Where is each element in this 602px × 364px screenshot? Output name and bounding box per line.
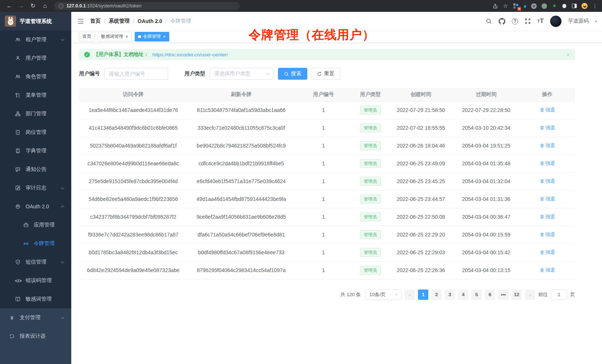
sidebar-item-notice[interactable]: 通知公告 [0, 160, 71, 179]
tab-item[interactable]: 敏感词管理 × [98, 32, 132, 42]
access-token-cell: b0d1785bc3a8482f812db4a3f3bd15ec [79, 244, 187, 261]
trash-icon [540, 161, 544, 166]
extension-command-icon[interactable] [531, 3, 537, 9]
force-logout-button[interactable]: 强退 [540, 160, 555, 167]
address-bar[interactable]: i 127.0.0.1:1024/system/oauth2/token [54, 2, 240, 10]
trash-icon [540, 214, 544, 219]
expire-time-cell: 2054-03-04 01:32:04 [453, 172, 520, 190]
force-logout-button[interactable]: 强退 [540, 178, 555, 185]
sidebar-item-oauth-app[interactable]: 应用管理 [0, 216, 71, 234]
refresh-token-cell: 49d1aa46d1454fbd87591444423be9fa [187, 190, 295, 208]
user-id-cell: 1 [295, 190, 352, 208]
search-icon[interactable] [485, 18, 492, 24]
page-number-button[interactable]: 5 [471, 289, 482, 300]
force-logout-button[interactable]: 强退 [540, 214, 555, 220]
breadcrumb-oauth[interactable]: OAuth 2.0 [138, 18, 170, 24]
sidebar-item-tenant[interactable]: 租户管理 [0, 30, 71, 49]
help-icon[interactable]: ? [512, 18, 518, 24]
user-type-cell: 管理员 [352, 208, 389, 226]
breadcrumb-current: 令牌管理 [170, 18, 191, 24]
page-number-button[interactable]: 4 [458, 289, 468, 300]
sidebar-item-audit[interactable]: 审计日志 [0, 179, 71, 197]
extension-blocks-icon[interactable]: 9 [513, 3, 519, 9]
goto-page-input[interactable] [551, 289, 567, 300]
alert-close-icon[interactable]: × [566, 52, 570, 58]
page-number-button[interactable]: 3 [445, 289, 455, 300]
logo-image [5, 16, 16, 27]
page-size-select[interactable]: 10条/页 [365, 289, 402, 300]
sidebar-item-oauth[interactable]: OAuth 2.0 [0, 197, 71, 216]
sidebar-item-sensitive[interactable]: 敏感词管理 [0, 290, 71, 308]
share-icon[interactable] [493, 3, 498, 9]
breadcrumb-home[interactable]: 首页 [90, 18, 109, 24]
reset-button[interactable]: 重置 [311, 68, 340, 80]
sidebar-item-pay[interactable]: ¥ 支付管理 [0, 308, 71, 327]
select-chevron-icon [266, 71, 270, 75]
prev-page-button[interactable]: ‹ [405, 289, 415, 300]
user-icon [15, 55, 21, 61]
org-chart-icon [15, 111, 21, 117]
goto-label: 前往 [538, 291, 548, 298]
extensions-puzzle-icon[interactable] [562, 3, 567, 9]
profile-avatar-icon[interactable] [582, 3, 588, 9]
doc-link[interactable]: https://doc.iocoder.cn/user-center/ [153, 52, 228, 57]
browser-reload-icon[interactable]: ↻ [28, 0, 38, 12]
tab-close-icon[interactable]: × [125, 34, 128, 39]
sidebar-item-report[interactable]: 报表设计器 [0, 327, 71, 345]
sidebar-item-post[interactable]: 岗位管理 [0, 123, 71, 142]
user-menu-caret-icon[interactable]: ▾ [595, 19, 597, 23]
sidebar-item-oauth-token[interactable]: 令牌管理 [0, 234, 71, 253]
browser-forward-icon[interactable]: → [16, 0, 26, 12]
side-panel-icon[interactable] [572, 4, 577, 8]
expire-time-cell: 2054-03-10 20:42:34 [453, 119, 520, 137]
user-type-cell: 管理员 [352, 172, 389, 190]
extension-gem-icon[interactable]: ♦ [524, 3, 527, 9]
tab-item[interactable]: 令牌管理 × [135, 32, 169, 42]
expire-time-cell: 2022-07-29 22:28:50 [453, 101, 520, 119]
tab-close-icon[interactable]: × [163, 34, 166, 39]
search-button[interactable]: 搜索 [278, 68, 307, 80]
page-number-button[interactable]: 2 [431, 289, 442, 300]
chevron-down-icon [61, 315, 65, 319]
sidebar-item-sms[interactable]: 短信管理 [0, 253, 71, 271]
github-icon[interactable] [498, 18, 506, 25]
force-logout-button[interactable]: 强退 [540, 267, 555, 274]
sidebar-item-user[interactable]: 用户管理 [0, 49, 71, 67]
page-number-button[interactable]: 12 [511, 289, 522, 300]
sidebar-collapse-icon[interactable] [77, 18, 84, 25]
user-id-input[interactable] [104, 68, 168, 80]
site-info-icon[interactable]: i [59, 4, 63, 9]
bookmark-star-icon[interactable]: ☆ [503, 3, 508, 9]
extension-recorder-icon[interactable] [542, 3, 547, 9]
tab-item[interactable]: 首页 [79, 32, 95, 42]
next-page-button[interactable]: › [525, 289, 535, 300]
browser-home-icon[interactable]: ⌂ [40, 0, 50, 12]
force-logout-button[interactable]: 强退 [540, 125, 555, 131]
page-number-button[interactable]: 6 [485, 289, 495, 300]
force-logout-button[interactable]: 强退 [540, 249, 555, 256]
sidebar-item-dict[interactable]: 字典管理 [0, 142, 71, 160]
force-logout-button[interactable]: 强退 [540, 142, 555, 149]
page-number-button[interactable]: 1 [418, 289, 428, 300]
breadcrumb-system[interactable]: 系统管理 [109, 18, 138, 24]
table-row: f9336e7c7dd242a283ee98dc86b17a87 dfa6c71… [79, 226, 575, 244]
refresh-token-cell: 811c530487574fa0af1a59d3abc1aa66 [187, 101, 295, 119]
username[interactable]: 芋道源码 [568, 18, 589, 24]
fullscreen-icon[interactable] [524, 18, 531, 24]
user-avatar[interactable] [550, 16, 562, 27]
force-logout-button[interactable]: 强退 [540, 196, 555, 202]
browser-menu-icon[interactable]: ⋮ [592, 3, 598, 9]
browser-back-icon[interactable]: ← [4, 0, 14, 12]
force-logout-button[interactable]: 强退 [540, 107, 555, 113]
sidebar-item-menu[interactable]: 菜单管理 [0, 86, 71, 105]
sidebar-item-role[interactable]: 角色管理 [0, 67, 71, 86]
app-logo[interactable]: 芋道管理系统 [0, 12, 71, 30]
create-time-cell: 2022-06-25 22:50:08 [389, 208, 453, 226]
extension-star-icon[interactable]: ✶ [552, 3, 557, 9]
force-logout-button[interactable]: 强退 [540, 231, 555, 238]
font-size-icon[interactable]: TT [537, 17, 544, 25]
user-type-select[interactable]: 请选择用户类型 [210, 68, 274, 80]
page-number-button[interactable]: ••• [498, 289, 508, 300]
sidebar-item-dept[interactable]: 部门管理 [0, 105, 71, 123]
sidebar-item-errcode[interactable]: </> 错误码管理 [0, 271, 71, 290]
